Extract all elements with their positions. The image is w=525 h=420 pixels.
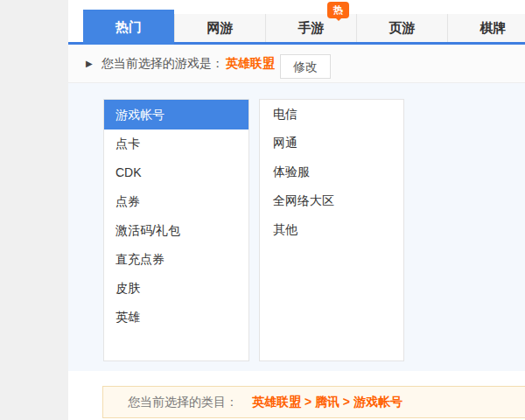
- game-selection-row: ▶ 您当前选择的游戏是： 英雄联盟 修改: [68, 45, 525, 83]
- left-list-item[interactable]: 直充点券: [104, 245, 248, 274]
- page: 热门 网游 手游 页游 棋牌 热 ▶ 您当前选择的游戏是： 英雄联盟 修改 游戏…: [0, 0, 525, 420]
- selected-game-name: 英雄联盟: [226, 56, 275, 72]
- left-list-item[interactable]: 点卡: [104, 130, 248, 158]
- right-list-item[interactable]: 体验服: [260, 158, 403, 186]
- selected-category-bar: 您当前选择的类目： 英雄联盟 > 腾讯 > 游戏帐号: [102, 386, 525, 418]
- tab-online-games[interactable]: 网游: [174, 14, 265, 42]
- left-list-item[interactable]: 点券: [104, 187, 248, 216]
- footer-label: 您当前选择的类目：: [128, 395, 238, 410]
- right-list-item[interactable]: 全网络大区: [260, 186, 403, 215]
- left-list-item-selected[interactable]: 游戏帐号: [104, 100, 248, 130]
- right-category-list: 电信 网通 体验服 全网络大区 其他: [259, 99, 404, 361]
- hot-badge: 热: [327, 2, 349, 18]
- right-list-item[interactable]: 电信: [260, 100, 403, 129]
- category-panel: 游戏帐号 点卡 CDK 点券 激活码/礼包 直充点券 皮肤 英雄 电信 网通 体…: [68, 83, 525, 371]
- modify-button[interactable]: 修改: [280, 54, 331, 79]
- right-list-item[interactable]: 其他: [260, 215, 403, 244]
- tab-web-games[interactable]: 页游: [356, 14, 447, 42]
- left-category-list: 游戏帐号 点卡 CDK 点券 激活码/礼包 直充点券 皮肤 英雄: [103, 99, 249, 361]
- left-list-item[interactable]: 英雄: [104, 303, 248, 332]
- breadcrumb: 英雄联盟 > 腾讯 > 游戏帐号: [252, 395, 402, 410]
- selection-label: 您当前选择的游戏是：: [102, 56, 224, 72]
- main-content: 热门 网游 手游 页游 棋牌 热 ▶ 您当前选择的游戏是： 英雄联盟 修改 游戏…: [68, 0, 525, 420]
- left-list-item[interactable]: 皮肤: [104, 274, 248, 303]
- right-list-item[interactable]: 网通: [260, 129, 403, 158]
- tab-hot[interactable]: 热门: [83, 10, 174, 45]
- tab-board-games[interactable]: 棋牌: [447, 14, 525, 42]
- arrow-right-icon: ▶: [86, 59, 93, 68]
- left-list-item[interactable]: CDK: [104, 158, 248, 187]
- left-list-item[interactable]: 激活码/礼包: [104, 216, 248, 245]
